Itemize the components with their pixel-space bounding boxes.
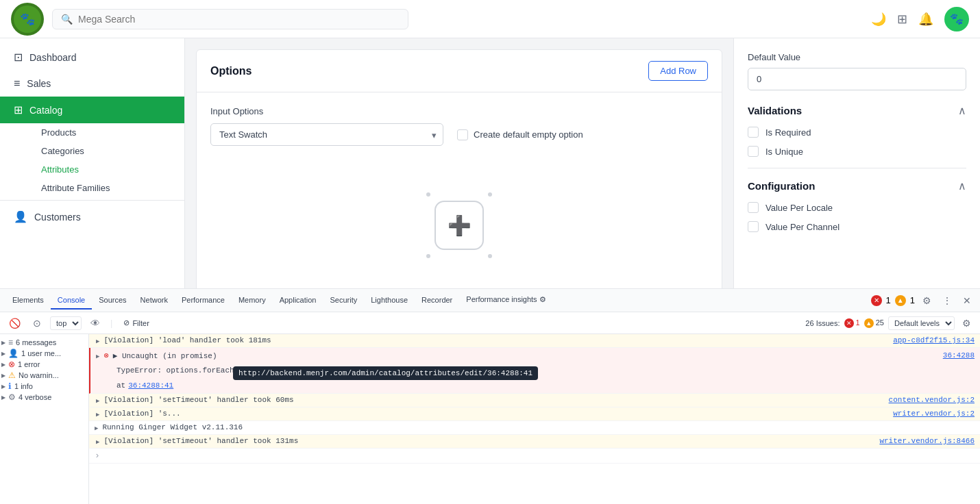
inspect-icon[interactable]: ⊙ [29, 316, 45, 330]
options-panel-body: Input Options Text Swatch Visual Swatch … [197, 92, 722, 288]
configuration-collapse-icon[interactable]: ∧ [958, 179, 966, 192]
log-link-4[interactable]: writer.vendor.js:2 [893, 410, 975, 418]
more-options-icon[interactable]: ⋮ [939, 294, 955, 307]
log-row-4[interactable]: ▶ [Violation] 's... writer.vendor.js:2 [89, 407, 980, 421]
dot-tl [426, 192, 430, 197]
devtools-tab-security[interactable]: Security [323, 292, 364, 310]
msg-row-6messages[interactable]: ▶ ≡ 6 messages [0, 337, 88, 348]
devtools-tab-sources[interactable]: Sources [92, 292, 133, 310]
value-per-channel-checkbox[interactable] [748, 221, 759, 232]
console-main: ▶ [Violation] 'load' handler took 181ms … [89, 334, 980, 504]
devtools-tab-application[interactable]: Application [273, 292, 323, 310]
search-bar[interactable]: 🔍 [52, 9, 408, 29]
log-link-6[interactable]: writer.vendor.js:8466 [879, 437, 975, 445]
devtools-tab-performance-insights[interactable]: Performance insights ⚙ [459, 291, 552, 310]
avatar[interactable]: 🐾 [944, 7, 969, 32]
error-link[interactable]: 36:4288:41 [128, 381, 173, 390]
settings-icon-2[interactable]: ⚙ [959, 316, 975, 330]
dashboard-icon: ⊡ [14, 51, 23, 64]
sidebar-item-customers[interactable]: 👤 Customers [0, 203, 184, 230]
sidebar-item-catalog[interactable]: ⊞ Catalog [0, 97, 184, 123]
log-link-3[interactable]: content.vendor.js:2 [889, 396, 975, 404]
sidebar-item-attributes[interactable]: Attributes [33, 160, 184, 179]
sidebar-item-attribute-families[interactable]: Attribute Families [33, 179, 184, 197]
filter-button[interactable]: ⊘ Filter [119, 317, 153, 329]
add-row-button[interactable]: Add Row [648, 61, 708, 81]
sidebar-item-label: Catalog [29, 105, 62, 116]
validations-title: Validations [748, 105, 802, 116]
msg-row-warning[interactable]: ▶ ⚠ No warnin... [0, 370, 88, 381]
main-layout: ⊡ Dashboard ≡ Sales ⊞ Catalog Products C… [0, 38, 980, 288]
msg-row-error[interactable]: ▶ ⊗ 1 error [0, 359, 88, 370]
context-select[interactable]: top [50, 316, 82, 330]
user-icon: 👤 [8, 349, 19, 358]
grid-icon[interactable]: ⊞ [897, 12, 907, 27]
log-row-1[interactable]: ▶ [Violation] 'load' handler took 181ms … [89, 334, 980, 348]
log-prompt-row[interactable]: › [89, 449, 980, 464]
create-default-empty-option-label[interactable]: Create default empty option [457, 129, 583, 140]
eye-icon[interactable]: 👁 [87, 316, 103, 330]
expand-icon-5: ▶ [95, 425, 98, 432]
add-row-icon[interactable]: ➕ [434, 201, 484, 250]
notification-icon[interactable]: 🔔 [918, 12, 933, 27]
issues-text: 26 Issues: [805, 319, 840, 327]
sidebar-item-products[interactable]: Products [33, 123, 184, 142]
messages-sidebar: ▶ ≡ 6 messages ▶ 👤 1 user me... ▶ ⊗ 1 er… [0, 334, 89, 504]
expand-arrow-icon-2: ▶ [1, 351, 5, 357]
devtools-tab-lighthouse[interactable]: Lighthouse [364, 292, 415, 310]
msg-row-verbose[interactable]: ▶ ⚙ 4 verbose [0, 392, 88, 403]
log-text-3: [Violation] 'setTimeout' handler took 60… [103, 396, 884, 404]
content-area: Options Add Row Input Options Text Swatc… [185, 38, 980, 288]
add-icon-container: ➕ [434, 201, 484, 250]
log-text-4: [Violation] 's... [103, 410, 889, 418]
default-levels-select[interactable]: Default levels [888, 316, 955, 330]
clear-console-icon[interactable]: 🚫 [5, 316, 24, 330]
dark-mode-icon[interactable]: 🌙 [871, 12, 886, 27]
messages-verbose-label: 4 verbose [19, 393, 51, 401]
msg-row-info[interactable]: ▶ ℹ 1 info [0, 381, 88, 392]
sidebar-item-label: Sales [27, 78, 51, 89]
validations-collapse-icon[interactable]: ∧ [958, 104, 966, 117]
close-devtools-button[interactable]: ✕ [959, 294, 975, 307]
value-per-locale-checkbox[interactable] [748, 202, 759, 213]
devtools-toolbar-right: 26 Issues: ✕ 1 ▲ 25 Default levels ⚙ [805, 316, 975, 330]
configuration-section-header: Configuration ∧ [748, 179, 966, 192]
log-row-3[interactable]: ▶ [Violation] 'setTimeout' handler took … [89, 394, 980, 407]
log-link-2[interactable]: 36:4288 [943, 351, 975, 360]
expand-icon-3: ▶ [96, 397, 99, 405]
devtools-tab-performance[interactable]: Performance [175, 292, 232, 310]
logo[interactable]: 🐾 [11, 3, 44, 36]
devtools-tab-recorder[interactable]: Recorder [415, 292, 459, 310]
msg-row-usermessages[interactable]: ▶ 👤 1 user me... [0, 348, 88, 359]
is-required-checkbox[interactable] [748, 127, 759, 138]
log-text-6: [Violation] 'setTimeout' handler took 13… [103, 437, 875, 445]
default-value-input[interactable] [748, 68, 966, 90]
log-link-1[interactable]: app-c8df2f15.js:34 [893, 336, 975, 344]
is-unique-label: Is Unique [765, 147, 803, 157]
log-row-2[interactable]: ▶ ⊗ ▶ Uncaught (in promise) 36:4288 Type… [89, 348, 980, 394]
console-area: ▶ [Violation] 'load' handler took 181ms … [89, 334, 980, 504]
sidebar-item-categories[interactable]: Categories [33, 142, 184, 160]
log-row-6[interactable]: ▶ [Violation] 'setTimeout' handler took … [89, 435, 980, 449]
options-panel-header: Options Add Row [197, 50, 722, 92]
settings-icon[interactable]: ⚙ [919, 294, 935, 307]
messages-6-label: 6 messages [16, 338, 56, 346]
input-options-select[interactable]: Text Swatch Visual Swatch Dropdown Text … [210, 123, 443, 146]
sidebar-item-dashboard[interactable]: ⊡ Dashboard [0, 44, 184, 71]
log-row-5[interactable]: ▶ Running Ginger Widget v2.11.316 [89, 421, 980, 435]
devtools-toolbar: 🚫 ⊙ top 👁 | ⊘ Filter 26 Issues: ✕ 1 ▲ 25… [0, 312, 980, 334]
devtools-tab-console[interactable]: Console [51, 292, 92, 310]
sidebar-item-sales[interactable]: ≡ Sales [0, 71, 184, 97]
sidebar-divider [0, 200, 184, 201]
devtools-tab-network[interactable]: Network [134, 292, 175, 310]
create-default-empty-option-text: Create default empty option [474, 129, 583, 140]
devtools-tab-memory[interactable]: Memory [232, 292, 273, 310]
is-unique-checkbox[interactable] [748, 146, 759, 157]
devtools-tab-elements[interactable]: Elements [5, 292, 51, 310]
customers-icon: 👤 [14, 210, 27, 223]
prompt-symbol: › [95, 451, 100, 461]
error-badge: ✕ [871, 295, 882, 306]
warning-badge: ▲ [895, 295, 906, 306]
create-default-empty-option-checkbox[interactable] [457, 129, 468, 140]
search-input[interactable] [78, 14, 400, 25]
